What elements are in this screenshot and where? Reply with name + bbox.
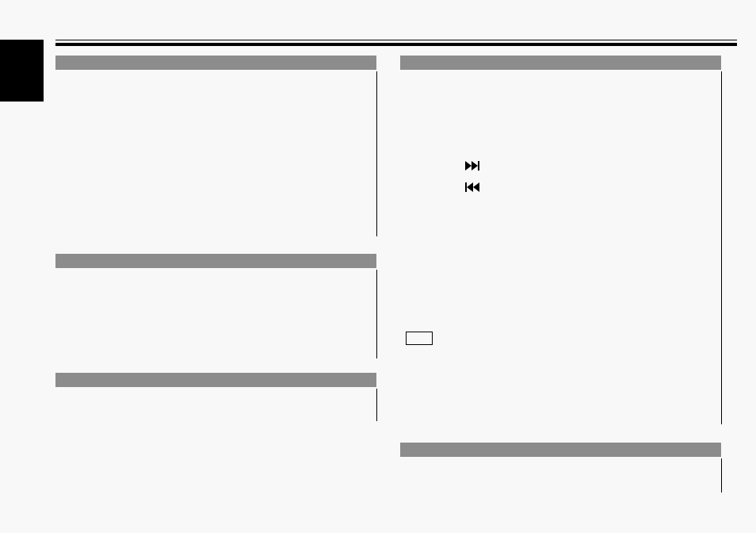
svg-marker-0 [465,161,472,171]
top-thick-rule [55,43,737,46]
left-section-3 [55,373,376,389]
vertical-separator [721,458,722,493]
next-track-icon [465,161,481,171]
section-header-bar [400,56,721,70]
vertical-separator [376,389,377,421]
right-section-2 [400,443,721,458]
section-header-bar [55,56,376,70]
section-header-bar [400,443,721,457]
columns-container [55,56,721,500]
right-column [400,56,721,500]
svg-rect-2 [478,161,479,171]
prev-track-icon [465,182,481,192]
left-section-1 [55,56,376,71]
side-tab [0,40,44,102]
section-header-bar [55,254,376,268]
left-section-2 [55,254,376,270]
svg-marker-1 [472,161,478,171]
svg-marker-4 [467,182,473,192]
left-column [55,56,376,500]
vertical-separator [721,71,722,424]
svg-marker-5 [473,182,479,192]
top-thin-rule [55,40,737,40]
vertical-separator [376,270,377,359]
document-page [0,0,756,533]
vertical-separator [376,71,377,236]
svg-rect-3 [465,182,467,192]
outlined-box [406,332,433,345]
right-section-1 [400,56,721,71]
section-header-bar [55,373,376,387]
